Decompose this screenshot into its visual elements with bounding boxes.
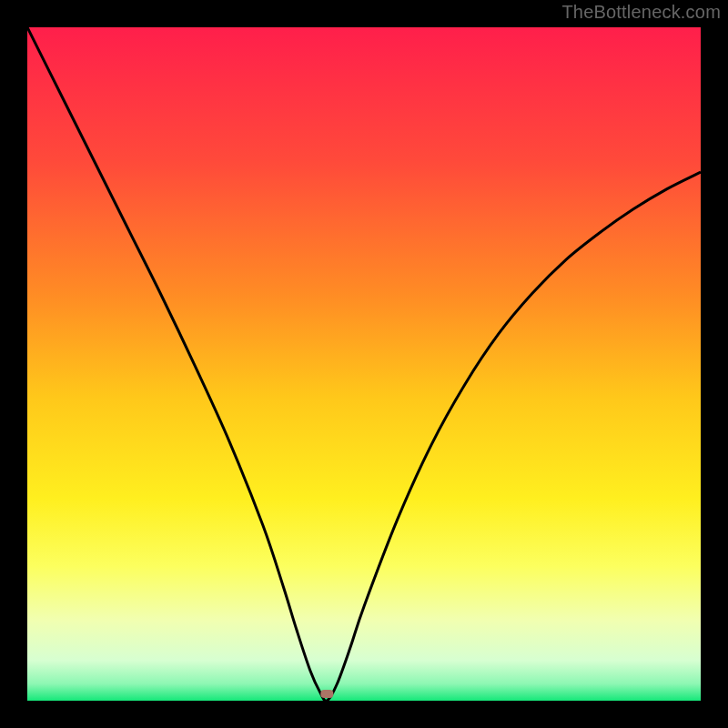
plot-area <box>27 27 701 701</box>
watermark-text: TheBottleneck.com <box>561 2 721 23</box>
chart-container: TheBottleneck.com <box>0 0 728 728</box>
gradient-background <box>27 27 701 701</box>
plot-svg <box>27 27 701 701</box>
bottleneck-marker <box>320 690 333 698</box>
